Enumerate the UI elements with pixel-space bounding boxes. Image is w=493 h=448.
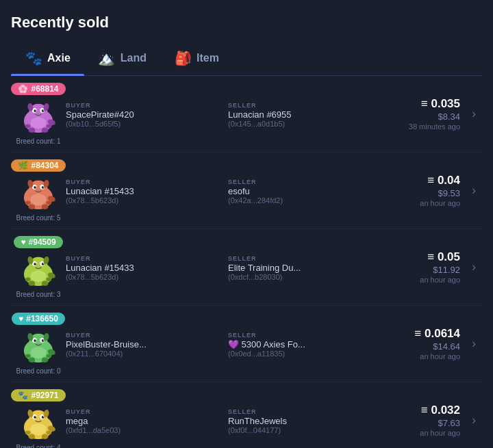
badge-icon: 🌿 xyxy=(18,161,28,170)
axie-img-col: ♥ #94509 Breed co xyxy=(11,236,66,298)
svg-point-7 xyxy=(43,109,44,110)
price-col: ≡ 0.035 $8.34 38 minutes ago xyxy=(390,97,466,131)
page-container: Recently sold 🐾 Axie 🏔️ Land 🎒 Item 🌸 #6… xyxy=(0,0,493,448)
price-usd: $7.63 xyxy=(438,418,460,428)
id-badge-row: ♥ #136650 xyxy=(12,313,65,328)
breed-count: Breed count: 3 xyxy=(16,291,60,298)
svg-point-44 xyxy=(29,280,36,286)
chevron-icon: › xyxy=(466,183,482,198)
buyer-seller-row: BUYER PixelBuster-Bruise... (0x211...670… xyxy=(66,332,390,358)
axie-img-col: 🌿 #84304 Breed c xyxy=(11,159,66,222)
axie-image xyxy=(18,407,59,441)
axie-tab-icon: 🐾 xyxy=(25,49,42,67)
buyer-addr: (0x78...5b623d) xyxy=(66,196,162,205)
buyer-label: BUYER xyxy=(66,408,228,415)
badge-icon: 🐾 xyxy=(18,391,28,400)
buyer-col: BUYER Lunacian #15433 (0x78...5b623d) xyxy=(66,255,228,281)
axie-image xyxy=(18,177,59,211)
seller-name: Lunacian #6955 xyxy=(228,109,324,120)
price-col: ≡ 0.05 $11.92 an hour ago xyxy=(390,250,466,284)
svg-point-22 xyxy=(35,186,36,187)
svg-point-43 xyxy=(30,270,46,282)
svg-point-31 xyxy=(47,201,52,205)
list-item[interactable]: ♥ #94509 Breed co xyxy=(11,229,482,306)
seller-addr: (0x42a...284fd2) xyxy=(228,196,324,205)
tab-axie[interactable]: 🐾 Axie xyxy=(11,42,84,75)
axie-id-badge: ♥ #94509 xyxy=(14,236,62,248)
svg-point-78 xyxy=(25,431,31,435)
list-item[interactable]: 🐾 #92971 Breed c xyxy=(11,382,482,448)
price-col: ≡ 0.032 $7.63 an hour ago xyxy=(390,404,466,437)
buyer-col: BUYER PixelBuster-Bruise... (0x211...670… xyxy=(66,332,228,358)
svg-point-68 xyxy=(34,416,36,419)
axie-image xyxy=(18,330,59,365)
list-item[interactable]: 🌸 #68814 Breed c xyxy=(11,76,482,153)
tab-item[interactable]: 🎒 Item xyxy=(160,42,233,75)
svg-point-5 xyxy=(42,109,45,112)
svg-point-30 xyxy=(25,201,31,205)
chevron-icon: › xyxy=(466,413,482,427)
svg-point-70 xyxy=(35,416,36,417)
buyer-seller-row: BUYER Lunacian #15433 (0x78...5b623d) SE… xyxy=(66,255,390,281)
svg-point-4 xyxy=(34,109,36,112)
price-usd: $9.53 xyxy=(438,188,460,198)
info-col: BUYER mega (0xfd1...da5e03) SELLER RunTh… xyxy=(66,407,390,434)
seller-label: SELLER xyxy=(228,179,390,185)
axie-image xyxy=(18,254,59,288)
buyer-col: BUYER Lunacian #15433 (0x78...5b623d) xyxy=(66,179,228,205)
svg-point-61 xyxy=(42,357,49,363)
svg-point-11 xyxy=(30,117,46,129)
chevron-icon: › xyxy=(466,260,482,274)
seller-col: SELLER RunTheJewels (0xf0f...044177) xyxy=(228,408,390,434)
breed-count: Breed count: 5 xyxy=(16,214,60,222)
list-item[interactable]: 🌿 #84304 Breed c xyxy=(11,153,482,229)
axie-id: #94509 xyxy=(29,237,56,247)
seller-heart-icon: 💜 xyxy=(228,339,239,350)
svg-point-79 xyxy=(47,431,52,435)
svg-point-59 xyxy=(30,347,46,358)
buyer-name: Lunacian #15433 xyxy=(66,186,162,196)
svg-point-47 xyxy=(47,278,52,282)
axie-id-badge: 🌿 #84304 xyxy=(11,159,65,172)
seller-col: SELLER Elite Training Du... (0xdcf...b28… xyxy=(228,255,390,281)
buyer-label: BUYER xyxy=(66,179,228,185)
recently-sold-list: 🌸 #68814 Breed c xyxy=(11,76,482,448)
price-col: ≡ 0.0614 $14.64 an hour ago xyxy=(390,327,466,360)
tab-land[interactable]: 🏔️ Land xyxy=(84,42,160,75)
info-col: BUYER SpacePirate#420 (0xb10...5d65f5) S… xyxy=(66,101,390,128)
svg-point-46 xyxy=(25,278,31,282)
page-title: Recently sold xyxy=(11,14,482,31)
buyer-addr: (0x211...670404) xyxy=(66,350,162,358)
price-col: ≡ 0.04 $9.53 an hour ago xyxy=(390,174,466,207)
axie-id: #68814 xyxy=(31,84,58,94)
axie-id: #136650 xyxy=(26,314,58,324)
list-item[interactable]: ♥ #136650 Breed c xyxy=(11,306,482,382)
breed-count: Breed count: 4 xyxy=(16,444,60,448)
svg-point-54 xyxy=(35,339,36,340)
axie-img-col: 🐾 #92971 Breed c xyxy=(11,389,66,448)
seller-addr: (0xf0f...044177) xyxy=(228,426,324,434)
price-eth: ≡ 0.04 xyxy=(427,174,460,187)
axie-id: #84304 xyxy=(31,161,58,170)
buyer-name: PixelBuster-Bruise... xyxy=(66,339,162,350)
seller-name: 💜 5300 Axies Fo... xyxy=(228,339,324,350)
svg-point-13 xyxy=(42,127,49,133)
chevron-icon: › xyxy=(466,107,482,121)
price-usd: $11.92 xyxy=(433,265,460,275)
time-ago: 38 minutes ago xyxy=(409,122,460,131)
svg-point-14 xyxy=(25,124,31,129)
price-eth: ≡ 0.05 xyxy=(427,250,460,264)
info-col: BUYER Lunacian #15433 (0x78...5b623d) SE… xyxy=(66,254,390,281)
seller-col: SELLER Lunacian #6955 (0x145...a0d1b5) xyxy=(228,102,390,128)
buyer-addr: (0x78...5b623d) xyxy=(66,273,162,281)
info-col: BUYER PixelBuster-Bruise... (0x211...670… xyxy=(66,330,390,358)
buyer-label: BUYER xyxy=(66,102,228,109)
info-col: BUYER Lunacian #15433 (0x78...5b623d) SE… xyxy=(66,177,390,205)
svg-point-38 xyxy=(35,263,36,263)
seller-name: RunTheJewels xyxy=(228,416,324,426)
svg-point-6 xyxy=(35,109,36,110)
buyer-col: BUYER mega (0xfd1...da5e03) xyxy=(66,408,228,434)
svg-point-39 xyxy=(43,263,44,263)
seller-addr: (0x145...a0d1b5) xyxy=(228,120,324,128)
svg-point-69 xyxy=(42,416,45,419)
